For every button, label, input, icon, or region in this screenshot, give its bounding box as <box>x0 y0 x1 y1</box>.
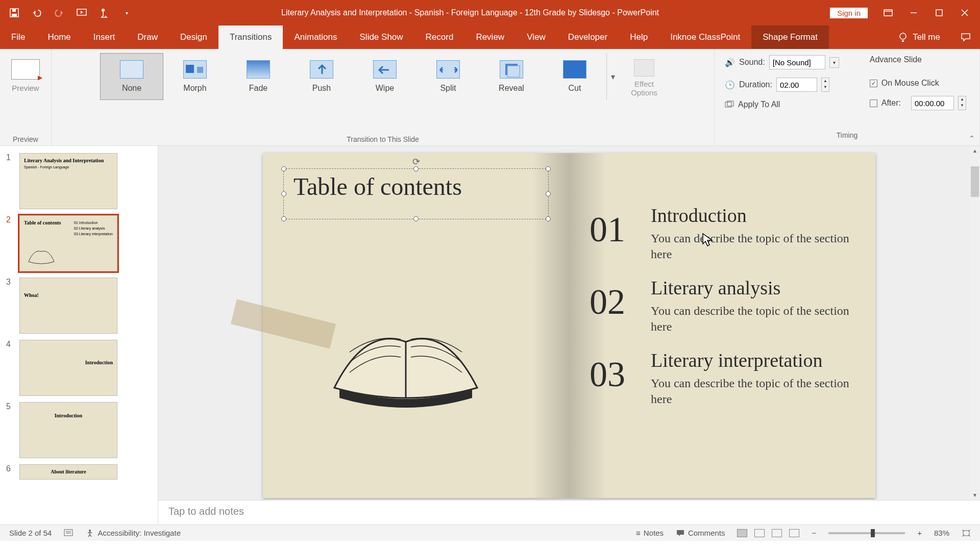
qat-more-icon[interactable]: ▾ <box>121 8 132 18</box>
after-spinner[interactable]: ▲▼ <box>958 96 966 110</box>
preview-group-label: Preview <box>5 133 46 143</box>
sound-input[interactable] <box>769 55 825 69</box>
zoom-in-button[interactable]: + <box>917 529 922 537</box>
svg-rect-6 <box>936 10 942 16</box>
maximize-icon[interactable] <box>934 8 944 18</box>
toc-head-2: Literary analysis <box>651 277 780 299</box>
slide-thumb-6[interactable]: 6 About literature <box>0 461 158 483</box>
zoom-out-button[interactable]: − <box>812 529 816 537</box>
notes-button[interactable]: ≡ Notes <box>636 529 664 537</box>
duration-input[interactable] <box>776 78 817 92</box>
tab-design[interactable]: Design <box>169 26 218 49</box>
svg-rect-1 <box>12 14 17 16</box>
tab-view[interactable]: View <box>516 26 557 49</box>
tell-me-search[interactable]: Tell me <box>887 26 951 49</box>
apply-all-label: Apply To All <box>738 100 780 109</box>
slide-canvas[interactable]: ⟳ Table of contents <box>263 153 875 498</box>
tab-review[interactable]: Review <box>464 26 516 49</box>
after-checkbox[interactable]: After: ▲▼ <box>870 96 966 110</box>
gallery-more-button[interactable]: ▾ <box>606 53 619 100</box>
transition-morph[interactable]: Morph <box>163 53 227 100</box>
tab-classpoint[interactable]: Inknoe ClassPoint <box>659 26 751 49</box>
duration-field[interactable]: 🕒 Duration: ▲▼ <box>725 78 839 92</box>
transition-split[interactable]: Split <box>416 53 480 100</box>
tab-developer[interactable]: Developer <box>557 26 619 49</box>
vertical-scrollbar[interactable]: ▲ ▼ <box>970 146 980 500</box>
accessibility-button[interactable]: Accessibility: Investigate <box>85 529 181 538</box>
toc-num-1: 01 <box>590 209 625 250</box>
zoom-level[interactable]: 83% <box>934 529 949 537</box>
comments-icon[interactable] <box>951 26 980 49</box>
ribbon-display-icon[interactable] <box>883 8 893 18</box>
transition-wipe[interactable]: Wipe <box>353 53 416 100</box>
sound-icon: 🔊 <box>725 58 735 67</box>
slide-thumb-3[interactable]: 3 Whoa! <box>0 274 158 337</box>
undo-icon[interactable] <box>32 8 42 18</box>
transition-push[interactable]: Push <box>290 53 353 100</box>
preview-icon <box>11 59 40 80</box>
svg-point-15 <box>89 530 91 532</box>
toc-body-2: You can describe the topic of the sectio… <box>651 303 855 335</box>
collapse-ribbon-icon[interactable]: ⌃ <box>969 134 975 142</box>
tab-file[interactable]: File <box>0 26 36 49</box>
transition-cut[interactable]: Cut <box>543 53 606 100</box>
svg-rect-9 <box>197 67 203 73</box>
rotate-handle-icon[interactable]: ⟳ <box>412 156 420 167</box>
slide-thumb-1[interactable]: 1 Literary Analysis and InterpretationSp… <box>0 150 158 212</box>
touch-mode-icon[interactable] <box>99 8 109 18</box>
transition-none[interactable]: None <box>100 53 163 100</box>
present-icon[interactable] <box>77 8 87 18</box>
normal-view-button[interactable] <box>737 529 747 537</box>
redo-icon[interactable] <box>54 8 64 18</box>
effect-options-label: Effect Options <box>623 80 666 97</box>
transition-fade[interactable]: Fade <box>227 53 290 100</box>
tab-insert[interactable]: Insert <box>82 26 127 49</box>
apply-to-all-button[interactable]: Apply To All <box>725 100 839 109</box>
tab-shape-format[interactable]: Shape Format <box>751 26 829 49</box>
svg-point-7 <box>900 33 906 39</box>
effect-options-button[interactable]: Effect Options <box>623 56 666 97</box>
preview-button[interactable]: Preview <box>5 53 46 92</box>
tab-home[interactable]: Home <box>36 26 82 49</box>
svg-rect-5 <box>884 10 892 16</box>
tab-slideshow[interactable]: Slide Show <box>349 26 414 49</box>
sound-dropdown-icon[interactable]: ▾ <box>829 57 839 68</box>
sorter-view-button[interactable] <box>754 529 765 537</box>
sound-field[interactable]: 🔊 Sound: ▾ <box>725 55 839 69</box>
tab-record[interactable]: Record <box>414 26 465 49</box>
slideshow-view-button[interactable] <box>789 529 799 537</box>
notes-input[interactable]: Tap to add notes <box>158 500 980 524</box>
close-icon[interactable] <box>960 8 970 18</box>
tab-help[interactable]: Help <box>619 26 659 49</box>
reading-view-button[interactable] <box>772 529 782 537</box>
svg-rect-11 <box>507 66 520 77</box>
minimize-icon[interactable] <box>909 8 919 18</box>
transition-reveal[interactable]: Reveal <box>480 53 543 100</box>
slide-thumb-4[interactable]: 4 Introduction <box>0 337 158 399</box>
sign-in-button[interactable]: Sign in <box>830 8 868 18</box>
sound-label: Sound: <box>739 58 765 67</box>
duration-spinner[interactable]: ▲▼ <box>821 78 829 92</box>
checkbox-checked-icon: ✓ <box>870 80 877 87</box>
after-label: After: <box>881 98 901 108</box>
slide-panel[interactable]: 1 Literary Analysis and InterpretationSp… <box>0 146 158 524</box>
slide-thumb-5[interactable]: 5 Introduction <box>0 399 158 461</box>
after-input[interactable] <box>911 96 954 110</box>
effect-options-icon <box>634 59 654 77</box>
slide-title[interactable]: Table of contents <box>293 172 462 201</box>
tab-animations[interactable]: Animations <box>283 26 348 49</box>
comments-button[interactable]: Comments <box>676 529 725 537</box>
svg-rect-2 <box>12 9 16 12</box>
zoom-slider[interactable] <box>828 532 905 534</box>
comment-icon <box>676 529 685 537</box>
notes-indicator-icon[interactable] <box>64 529 73 537</box>
on-mouse-click-checkbox[interactable]: ✓ On Mouse Click <box>870 79 966 88</box>
save-icon[interactable] <box>9 8 19 18</box>
slide-thumb-2[interactable]: 2 Table of contents 01 Introduction02 Li… <box>0 212 158 274</box>
fit-to-window-button[interactable] <box>962 529 971 537</box>
toc-body-3: You can describe the topic of the sectio… <box>651 375 855 407</box>
tab-transitions[interactable]: Transitions <box>218 26 283 49</box>
svg-rect-8 <box>186 65 194 73</box>
tab-draw[interactable]: Draw <box>126 26 169 49</box>
accessibility-icon <box>85 529 94 538</box>
